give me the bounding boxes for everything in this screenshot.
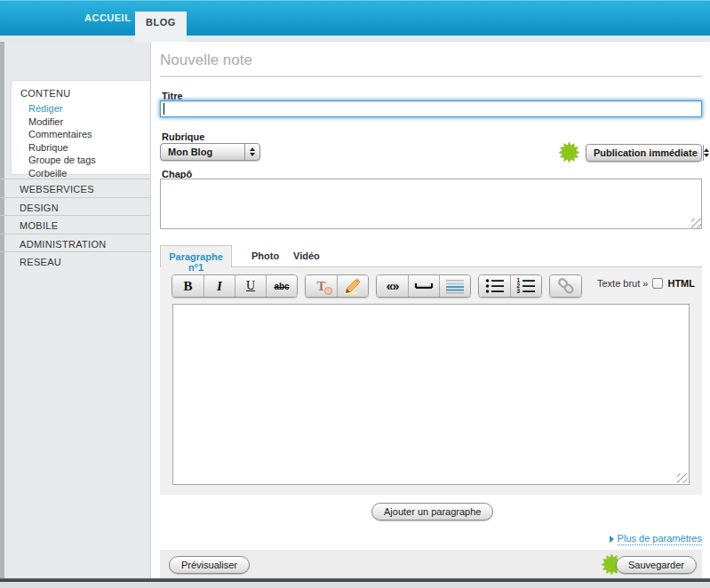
sidebar-item-corbeille[interactable]: Corbeille — [12, 167, 150, 180]
sidebar-section-administration[interactable]: ADMINISTRATION — [0, 234, 151, 252]
html-checkbox[interactable] — [652, 278, 663, 289]
sidebar-item-modifier[interactable]: Modifier — [12, 115, 150, 129]
editor-panel: B I U abc T — [160, 267, 702, 495]
strikethrough-button[interactable]: abc — [266, 275, 297, 297]
link-chain-icon — [555, 276, 577, 296]
svg-text:3: 3 — [517, 288, 521, 294]
blockquote-button[interactable] — [439, 275, 470, 297]
add-paragraph-button[interactable]: Ajouter un paragraphe — [371, 503, 493, 520]
numbered-list-icon: 1 2 3 — [515, 277, 537, 295]
publish-status-starburst-icon — [558, 141, 580, 163]
editor-toolbar: B I U abc T — [172, 274, 582, 298]
strikethrough-icon: abc — [274, 282, 289, 291]
highlight-button[interactable] — [337, 275, 368, 297]
nav-blog-tab[interactable]: BLOG — [135, 12, 187, 42]
text-caret — [164, 103, 164, 115]
nav-accueil[interactable]: ACCUEIL — [84, 12, 131, 23]
sidebar-item-rubrique[interactable]: Rubrique — [12, 141, 150, 155]
more-parameters-label: Plus de paramètres — [618, 533, 702, 545]
bullet-list-icon — [484, 277, 506, 295]
sidebar-contenu-panel: CONTENU Rédiger Modifier Commentaires Ru… — [11, 80, 150, 175]
app-window: ACCUEIL BLOG CONTENU Rédiger Modifier Co… — [0, 0, 710, 588]
bold-icon: B — [183, 279, 192, 294]
bullet-list-button[interactable] — [479, 275, 510, 297]
tab-video[interactable]: Vidéo — [293, 250, 320, 261]
toolbar-group-lists: 1 2 3 — [478, 274, 542, 298]
horizontal-rule-icon — [413, 278, 435, 294]
disclosure-triangle-icon — [610, 536, 614, 543]
toolbar-group-format: T — [305, 274, 369, 298]
tab-photo[interactable]: Photo — [251, 250, 279, 261]
tab-paragraphe-1[interactable]: Paragraphe n°1 — [160, 245, 232, 267]
titre-input[interactable] — [160, 100, 702, 117]
toolbar-group-link — [549, 274, 582, 298]
sidebar-section-reseau[interactable]: RESEAU — [0, 251, 151, 270]
quote-button[interactable]: «» — [377, 275, 408, 297]
editor-mode-controls: Texte brut » HTML — [597, 278, 695, 289]
sidebar-section-webservices[interactable]: WEBSERVICES — [0, 179, 151, 197]
preview-button[interactable]: Prévisualiser — [169, 556, 250, 574]
sidebar-item-groupe-de-tags[interactable]: Groupe de tags — [12, 154, 150, 167]
toolbar-group-insert: «» — [376, 274, 471, 298]
sidebar-section-contenu[interactable]: CONTENU — [12, 81, 150, 102]
topbar-divider — [0, 36, 710, 42]
rubrique-select[interactable]: Mon Blog — [160, 143, 260, 161]
sidebar: CONTENU Rédiger Modifier Commentaires Ru… — [0, 42, 151, 578]
left-edge-strip — [0, 42, 4, 578]
editor-tab-bar: Paragraphe n°1 Photo Vidéo — [160, 245, 702, 267]
top-navigation-bar: ACCUEIL BLOG — [0, 0, 710, 36]
numbered-list-button[interactable]: 1 2 3 — [510, 275, 541, 297]
italic-icon: I — [217, 279, 222, 294]
window-bottom-edge — [0, 578, 710, 582]
resize-grip-icon[interactable] — [677, 473, 687, 483]
sidebar-sections: WEBSERVICES DESIGN MOBILE ADMINISTRATION… — [0, 179, 151, 270]
form-action-bar: Prévisualiser Sauvegarder — [160, 550, 702, 578]
resize-grip-icon[interactable] — [691, 219, 701, 228]
select-arrows-icon — [703, 145, 709, 161]
underline-button[interactable]: U — [235, 275, 266, 297]
link-button[interactable] — [550, 275, 581, 297]
bold-button[interactable]: B — [172, 275, 203, 297]
more-parameters-link[interactable]: Plus de paramètres — [610, 533, 702, 545]
toolbar-group-text-style: B I U abc — [172, 274, 298, 298]
guillemets-icon: «» — [387, 279, 399, 293]
sidebar-section-design[interactable]: DESIGN — [0, 197, 151, 216]
blockquote-icon — [444, 277, 466, 295]
sidebar-section-mobile[interactable]: MOBILE — [0, 215, 151, 234]
publication-selected-value: Publication immédiate — [586, 145, 703, 161]
paragraph-body-textarea[interactable] — [172, 304, 690, 485]
main-content: Nouvelle note Titre Rubrique Mon Blog Pu… — [151, 42, 710, 578]
sidebar-item-rediger[interactable]: Rédiger — [12, 102, 150, 115]
sidebar-item-commentaires[interactable]: Commentaires — [12, 128, 150, 141]
underline-icon: U — [246, 279, 255, 293]
rubrique-label: Rubrique — [162, 131, 204, 142]
italic-button[interactable]: I — [203, 275, 235, 297]
pencil-icon — [343, 277, 363, 295]
rubrique-selected-value: Mon Blog — [161, 144, 244, 160]
horizontal-rule-button[interactable] — [408, 275, 439, 297]
publication-select[interactable]: Publication immédiate — [586, 144, 702, 162]
save-button[interactable]: Sauvegarder — [616, 556, 697, 574]
texte-brut-link[interactable]: Texte brut » — [597, 278, 648, 289]
remove-format-icon: T — [316, 279, 325, 294]
page-title: Nouvelle note — [160, 52, 702, 77]
html-checkbox-label: HTML — [667, 278, 695, 289]
select-arrows-icon — [244, 144, 259, 160]
remove-format-button[interactable]: T — [306, 275, 337, 297]
chapo-textarea[interactable] — [160, 179, 702, 229]
